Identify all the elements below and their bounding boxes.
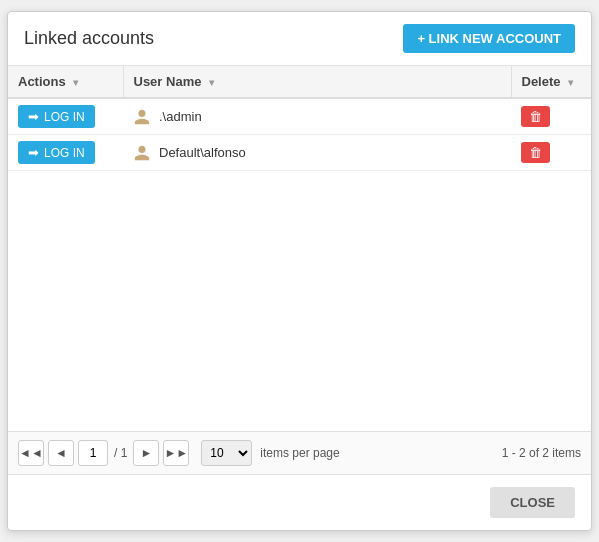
delete-sort-icon: ▾ (568, 77, 573, 88)
pagination-bar: ◄◄ ◄ / 1 ► ►► 10 25 50 100 items per pag… (8, 432, 591, 475)
table-scroll[interactable]: Actions ▾ User Name ▾ Delete ▾ (8, 66, 591, 171)
accounts-table: Actions ▾ User Name ▾ Delete ▾ (8, 66, 591, 171)
username-text: .\admin (159, 109, 202, 124)
col-header-username[interactable]: User Name ▾ (123, 66, 511, 98)
next-page-button[interactable]: ► (133, 440, 159, 466)
actions-sort-icon: ▾ (73, 77, 78, 88)
username-cell: Default\alfonso (123, 135, 511, 171)
page-input[interactable] (78, 440, 108, 466)
total-pages: / 1 (112, 446, 129, 460)
trash-icon: 🗑 (529, 145, 542, 160)
table-row: ➡ LOG IN .\admin 🗑 (8, 98, 591, 135)
user-cell-content: .\admin (133, 108, 501, 126)
first-page-button[interactable]: ◄◄ (18, 440, 44, 466)
close-button[interactable]: CLOSE (490, 487, 575, 518)
user-avatar-icon (133, 108, 151, 126)
col-header-actions[interactable]: Actions ▾ (8, 66, 123, 98)
items-count: 1 - 2 of 2 items (502, 446, 581, 460)
table-wrapper: Actions ▾ User Name ▾ Delete ▾ (8, 66, 591, 432)
user-cell-content: Default\alfonso (133, 144, 501, 162)
delete-cell: 🗑 (511, 135, 591, 171)
username-cell: .\admin (123, 98, 511, 135)
dialog-title: Linked accounts (24, 28, 154, 49)
delete-button[interactable]: 🗑 (521, 106, 550, 127)
table-header-row: Actions ▾ User Name ▾ Delete ▾ (8, 66, 591, 98)
username-text: Default\alfonso (159, 145, 246, 160)
log-in-button[interactable]: ➡ LOG IN (18, 105, 95, 128)
prev-page-button[interactable]: ◄ (48, 440, 74, 466)
actions-cell: ➡ LOG IN (8, 135, 123, 171)
last-page-button[interactable]: ►► (163, 440, 189, 466)
link-new-account-button[interactable]: + LINK NEW ACCOUNT (403, 24, 575, 53)
delete-button[interactable]: 🗑 (521, 142, 550, 163)
col-header-delete[interactable]: Delete ▾ (511, 66, 591, 98)
login-icon: ➡ (28, 109, 39, 124)
table-row: ➡ LOG IN Default\alfonso 🗑 (8, 135, 591, 171)
trash-icon: 🗑 (529, 109, 542, 124)
user-avatar-icon (133, 144, 151, 162)
username-sort-icon: ▾ (209, 77, 214, 88)
actions-cell: ➡ LOG IN (8, 98, 123, 135)
log-in-button[interactable]: ➡ LOG IN (18, 141, 95, 164)
dialog-footer: CLOSE (8, 475, 591, 530)
per-page-select[interactable]: 10 25 50 100 (201, 440, 252, 466)
linked-accounts-dialog: Linked accounts + LINK NEW ACCOUNT Actio… (7, 11, 592, 531)
delete-cell: 🗑 (511, 98, 591, 135)
items-per-page-label: items per page (260, 446, 339, 460)
login-icon: ➡ (28, 145, 39, 160)
dialog-header: Linked accounts + LINK NEW ACCOUNT (8, 12, 591, 66)
